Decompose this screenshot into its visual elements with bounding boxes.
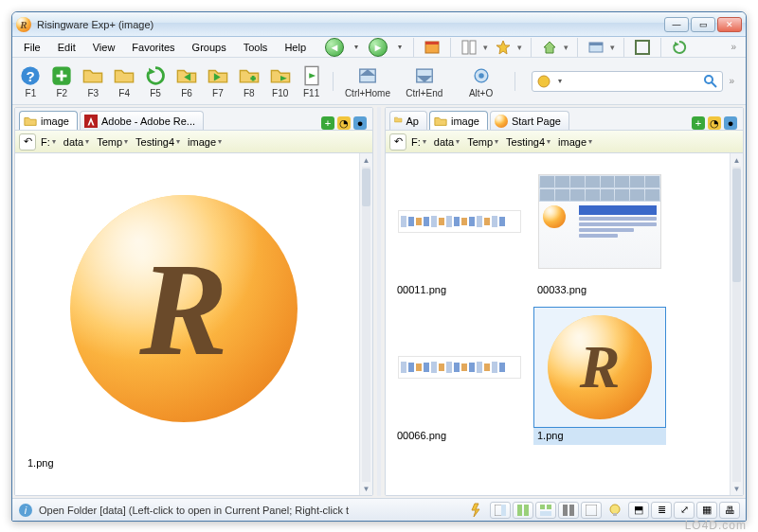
fn-f7-button[interactable]: F7 — [205, 64, 230, 98]
maximize-button[interactable]: ▭ — [691, 17, 715, 32]
history-clock-icon[interactable]: ◔ — [337, 116, 351, 130]
panel-splitter[interactable] — [377, 107, 381, 496]
home-dropdown-button[interactable]: ▾ — [540, 38, 568, 57]
fn-f4-button[interactable]: F4 — [112, 64, 137, 98]
file-thumbnail[interactable]: 00011.png — [393, 161, 526, 299]
fn-label: F3 — [87, 88, 99, 98]
left-content[interactable]: R 1.png ▲▼ — [15, 153, 372, 495]
menu-file[interactable]: File — [16, 40, 48, 55]
crumb-segment[interactable]: Testing4▾ — [503, 135, 553, 149]
nav-forward-history[interactable]: ▾ — [395, 37, 405, 58]
left-scrollbar[interactable]: ▲▼ — [359, 153, 372, 495]
search-box: ▾ — [532, 71, 723, 92]
favorites-star-button[interactable]: ▾ — [494, 38, 522, 57]
menu-favorites[interactable]: Favorites — [124, 40, 182, 55]
crumb-up-button[interactable]: ↶ — [389, 133, 406, 151]
fn-label: Alt+O — [469, 88, 493, 98]
fn-ctrlhome-button[interactable]: Ctrl+Home — [342, 64, 393, 98]
right-tab-image[interactable]: image — [429, 111, 488, 130]
crumb-segment[interactable]: Testing4▾ — [133, 135, 183, 149]
view-mode-1-button[interactable] — [490, 502, 511, 519]
right-tab-startpage[interactable]: Start Page — [490, 111, 569, 130]
fnbar-overflow[interactable]: » — [729, 76, 740, 86]
fn-f8-button[interactable]: F8 — [236, 64, 262, 98]
plus-icon — [50, 64, 73, 87]
file-thumbnail-selected[interactable]: R 1.png — [533, 307, 666, 445]
crumb-up-button[interactable]: ↶ — [19, 133, 36, 151]
search-button[interactable] — [703, 74, 718, 89]
nav-back-history[interactable]: ▾ — [352, 37, 361, 58]
svg-text:?: ? — [27, 67, 35, 83]
right-tab-ap[interactable]: Ap — [389, 111, 427, 130]
nav-back-button[interactable]: ◄ — [323, 37, 346, 58]
file-thumbnail[interactable]: 00066.png — [393, 307, 526, 445]
status-btn-d[interactable]: ▦ — [696, 502, 717, 519]
crumb-segment[interactable]: data▾ — [431, 135, 462, 149]
menu-groups[interactable]: Groups — [185, 40, 234, 55]
view-mode-4-button[interactable] — [558, 502, 579, 519]
status-btn-b[interactable]: ≣ — [651, 502, 672, 519]
search-input[interactable] — [568, 76, 699, 87]
file-thumbnail-large[interactable]: R 1.png — [23, 161, 345, 471]
status-btn-e[interactable]: 🖶 — [719, 502, 740, 519]
crumb-drive[interactable]: F:▾ — [408, 135, 429, 149]
minimize-button[interactable]: — — [664, 17, 689, 32]
crumb-segment[interactable]: data▾ — [61, 135, 92, 149]
titlebar[interactable]: R Risingware Exp+ (image) — ▭ ✕ — [12, 12, 746, 37]
left-tabbar: image Adobe - Adobe Re... + ◔ ● — [15, 108, 372, 131]
right-content[interactable]: 00011.png — [386, 153, 743, 495]
crumb-segment[interactable]: image▾ — [185, 135, 225, 149]
tab-label: Start Page — [512, 115, 561, 127]
tool-refresh-icon[interactable] — [670, 38, 689, 57]
view-mode-5-button[interactable] — [581, 502, 602, 519]
globe-icon[interactable]: ● — [353, 116, 367, 130]
fn-label: F1 — [26, 88, 37, 98]
close-button[interactable]: ✕ — [717, 17, 742, 32]
fn-f6-button[interactable]: F6 — [174, 64, 200, 98]
crumb-segment[interactable]: image▾ — [555, 135, 595, 149]
fullscreen-icon[interactable] — [633, 38, 652, 57]
nav-forward-button[interactable]: ► — [367, 37, 389, 58]
toolbar-overflow[interactable]: » — [731, 42, 742, 52]
search-scope-icon[interactable] — [536, 74, 551, 89]
fn-f11-button[interactable]: F11 — [298, 64, 324, 98]
globe-icon[interactable]: ● — [724, 116, 737, 130]
fn-ctrlend-button[interactable]: Ctrl+End — [399, 64, 450, 98]
menu-view[interactable]: View — [85, 40, 123, 55]
fn-toolbar: ?F1F2F3F4F5F6F7F8F10F11Ctrl+HomeCtrl+End… — [12, 58, 746, 105]
menu-tools[interactable]: Tools — [236, 40, 276, 55]
search-scope-dropdown[interactable]: ▾ — [555, 71, 565, 92]
lightning-icon[interactable] — [469, 503, 484, 518]
fn-alto-button[interactable]: Alt+O — [456, 64, 507, 98]
status-btn-a[interactable]: ⬒ — [628, 502, 649, 519]
menu-edit[interactable]: Edit — [50, 40, 83, 55]
fn-label: Ctrl+End — [406, 88, 442, 98]
new-tab-button[interactable]: + — [321, 116, 334, 130]
separator — [413, 38, 414, 57]
fn-f2-button[interactable]: F2 — [49, 64, 75, 98]
right-scrollbar[interactable]: ▲▼ — [730, 153, 743, 495]
left-tab-adobe[interactable]: Adobe - Adobe Re... — [80, 111, 204, 130]
fn-f10-button[interactable]: F10 — [267, 64, 293, 98]
fn-label: F8 — [244, 88, 255, 98]
left-tab-image[interactable]: image — [19, 111, 78, 130]
history-clock-icon[interactable]: ◔ — [708, 116, 721, 130]
split-view-button[interactable]: ▾ — [460, 38, 488, 57]
panel-config-button[interactable]: ▾ — [587, 38, 615, 57]
crumb-segment[interactable]: Temp▾ — [464, 135, 501, 149]
new-tab-button[interactable]: + — [692, 116, 705, 130]
view-mode-3-button[interactable] — [535, 502, 556, 519]
file-thumbnail[interactable]: 00033.png — [533, 161, 666, 299]
menu-help[interactable]: Help — [277, 40, 314, 55]
calendar-icon[interactable] — [423, 38, 442, 57]
crumb-drive[interactable]: F:▾ — [38, 135, 59, 149]
bulb-icon[interactable] — [607, 503, 623, 518]
status-btn-c[interactable]: ⤢ — [674, 502, 695, 519]
fn-f3-button[interactable]: F3 — [81, 64, 106, 98]
fn-f5-button[interactable]: F5 — [143, 64, 169, 98]
search-field[interactable]: ▾ — [532, 71, 723, 92]
view-mode-2-button[interactable] — [513, 502, 533, 519]
globe-icon — [495, 115, 508, 128]
fn-f1-button[interactable]: ?F1 — [18, 64, 44, 98]
crumb-segment[interactable]: Temp▾ — [94, 135, 131, 149]
